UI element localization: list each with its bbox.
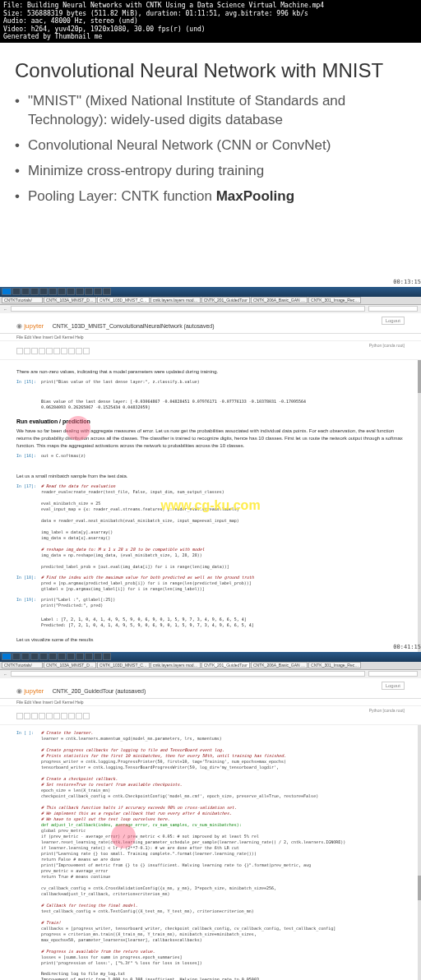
start-button[interactable] (2, 653, 12, 660)
taskbar[interactable] (0, 287, 421, 297)
up-icon[interactable] (53, 348, 60, 354)
restart-icon[interactable] (83, 713, 90, 719)
taskbar-app[interactable] (39, 653, 48, 660)
markdown-text: Let us visualize some of the results (16, 636, 405, 644)
taskbar-app[interactable] (103, 653, 111, 660)
tab[interactable]: cntk.layers.layers mod… (150, 662, 201, 668)
down-icon[interactable] (61, 348, 67, 354)
taskbar-app[interactable] (30, 653, 39, 660)
taskbar-app[interactable] (12, 288, 21, 295)
taskbar-app[interactable] (76, 653, 84, 660)
taskbar-app[interactable] (49, 653, 57, 660)
jupyter-menu[interactable]: File Edit View Insert Cell Kernel Help (0, 334, 421, 341)
taskbar-app[interactable] (39, 288, 48, 295)
cell-prompt: In [17]: (16, 483, 41, 488)
tab[interactable]: CNTK_301_Image_Rec… (308, 662, 361, 668)
tab[interactable]: cntk.layers.layers mod… (150, 297, 201, 303)
code-block[interactable]: # Create the learner. learner = cntk.lea… (41, 730, 401, 966)
tab[interactable]: CNTKTutorials/ (2, 297, 43, 303)
kernel-name: Python [conda root] (369, 343, 405, 348)
back-icon[interactable]: ← (3, 672, 7, 677)
taskbar-app[interactable] (21, 653, 30, 660)
search-box[interactable] (368, 671, 418, 677)
highlight-cursor (66, 416, 90, 441)
jupyter-menu[interactable]: File Edit View Insert Cell Kernel Help (0, 699, 421, 706)
output-block: Label : [7, 2, 1, 0, 4, 1, 4, 9, 5, 9, 0… (41, 617, 401, 628)
scrollbar[interactable] (418, 725, 421, 980)
tab[interactable]: CNTK_201_GuidedTour (201, 297, 250, 303)
screenshot-2: 00:41:15 CNTKTutorials/ CNTK_103A_MNIST_… (0, 652, 421, 980)
tab[interactable]: CNTK_301_Image_Rec… (308, 297, 361, 303)
run-icon[interactable] (68, 713, 75, 719)
up-icon[interactable] (53, 713, 60, 719)
copy-icon[interactable] (39, 348, 45, 354)
taskbar-app[interactable] (103, 288, 111, 295)
paste-icon[interactable] (46, 713, 53, 719)
jupyter-header: ◉ jupyter CNTK_200_GuidedTour (autosaved… (0, 678, 421, 699)
kernel-name: Python [conda root] (369, 708, 405, 713)
cut-icon[interactable] (31, 348, 38, 354)
taskbar-app[interactable] (94, 288, 102, 295)
tab[interactable]: CNTK_206A_Basic_GAN … (251, 662, 308, 668)
taskbar-app[interactable] (58, 653, 66, 660)
stop-icon[interactable] (76, 348, 82, 354)
notebook-body[interactable]: www.cg-ku.com There are non-zero values,… (0, 360, 421, 652)
down-icon[interactable] (61, 713, 67, 719)
cell-prompt: In [16]: (16, 453, 41, 458)
taskbar-app[interactable] (85, 653, 93, 660)
taskbar-app[interactable] (30, 288, 39, 295)
stop-icon[interactable] (76, 713, 82, 719)
taskbar-app[interactable] (76, 288, 84, 295)
markdown-text: There are non-zero values, indicating th… (16, 368, 405, 376)
jupyter-toolbar: Python [conda root] (0, 706, 421, 725)
code-block[interactable]: # Find the index with the maximum value … (41, 575, 401, 592)
taskbar-app[interactable] (85, 288, 93, 295)
paste-icon[interactable] (46, 348, 53, 354)
video-metadata: File: Building Neural Networks with CNTK… (0, 0, 421, 43)
notebook-body[interactable]: In [ ]: # Create the learner. learner = … (0, 725, 421, 980)
code-block[interactable]: print("Label :", gtlabel[:25]) print("Pr… (41, 597, 401, 608)
timecode-1: 00:13:15 (393, 279, 421, 285)
tab[interactable]: CNTK_206A_Basic_GAN … (251, 297, 308, 303)
scrollbar[interactable] (418, 360, 421, 652)
logout-button[interactable]: Logout (382, 682, 405, 690)
address-bar[interactable] (11, 671, 365, 677)
start-button[interactable] (2, 288, 12, 295)
taskbar-app[interactable] (12, 653, 21, 660)
code-block[interactable]: # Read the data for evaluation reader_ev… (41, 483, 401, 570)
add-cell-icon[interactable] (24, 348, 30, 354)
taskbar-app[interactable] (58, 288, 66, 295)
notebook-title[interactable]: CNTK_103D_MNIST_ConvolutionalNeuralNetwo… (53, 323, 215, 329)
tab[interactable]: CNTK_103A_MNIST_D… (44, 297, 96, 303)
copy-icon[interactable] (39, 713, 45, 719)
save-icon[interactable] (16, 348, 23, 354)
meta-file: File: Building Neural Networks with CNTK… (3, 2, 418, 10)
taskbar-app[interactable] (21, 288, 30, 295)
logout-button[interactable]: Logout (382, 317, 405, 325)
search-box[interactable] (368, 306, 418, 312)
taskbar-app[interactable] (94, 653, 102, 660)
tab-active[interactable]: CNTK_201_GuidedTour (201, 662, 250, 668)
notebook-title[interactable]: CNTK_200_GuidedTour (autosaved) (53, 688, 146, 694)
back-icon[interactable]: ← (3, 307, 7, 312)
taskbar-app[interactable] (67, 288, 75, 295)
taskbar-app[interactable] (49, 288, 57, 295)
tab[interactable]: CNTK_103D_MNIST_C… (97, 662, 150, 668)
code-line[interactable]: print("Bias value of the last dense laye… (41, 379, 401, 385)
tab[interactable]: CNTK_103A_MNIST_D… (44, 662, 96, 668)
tab-active[interactable]: CNTK_103D_MNIST_C… (97, 297, 150, 303)
save-icon[interactable] (16, 713, 23, 719)
code-line[interactable]: out = C.softmax(z) (41, 453, 401, 459)
output-line: Bias value of the last dense layer: [-0.… (41, 399, 401, 410)
tab[interactable]: CNTKTutorials/ (2, 662, 43, 668)
browser-tabs: CNTKTutorials/ CNTK_103A_MNIST_D… CNTK_1… (0, 662, 421, 670)
run-icon[interactable] (68, 348, 75, 354)
browser-toolbar: ← (0, 670, 421, 678)
address-bar[interactable] (11, 306, 365, 312)
meta-generated: Generated by Thumbnail me (3, 33, 418, 41)
restart-icon[interactable] (83, 348, 90, 354)
add-cell-icon[interactable] (24, 713, 30, 719)
taskbar-app[interactable] (67, 653, 75, 660)
cut-icon[interactable] (31, 713, 38, 719)
taskbar[interactable] (0, 652, 421, 662)
